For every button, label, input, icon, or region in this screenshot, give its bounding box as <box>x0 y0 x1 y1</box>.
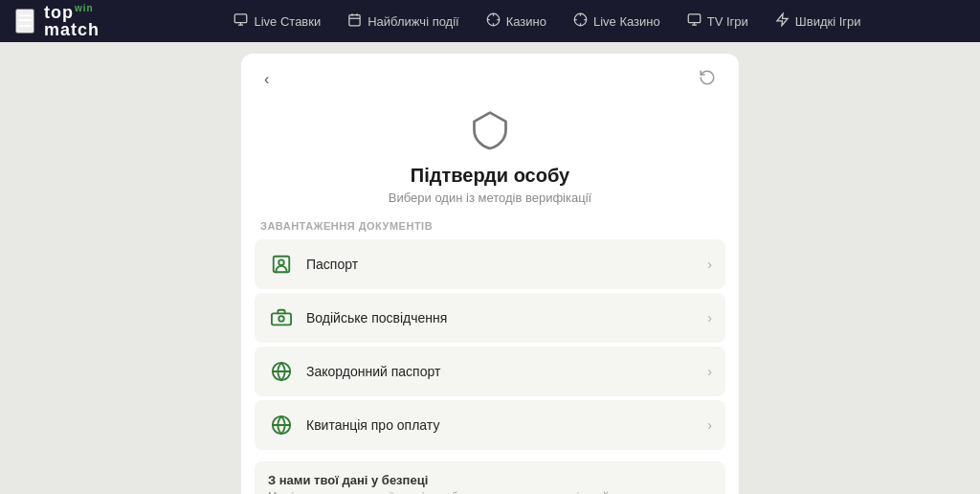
back-button[interactable]: ‹ <box>256 67 277 92</box>
verify-card: ‹ Підтверди особу Вибери один із методів… <box>241 54 739 494</box>
foreign-passport-chevron: › <box>707 364 712 379</box>
logo-bottom: match <box>44 21 100 38</box>
nav-label-casino: Казино <box>506 14 546 29</box>
casino-icon <box>486 12 501 30</box>
svg-point-13 <box>278 259 284 265</box>
fast-games-icon <box>775 12 790 30</box>
nav-label-tv-games: TV Ігри <box>707 14 748 29</box>
options-list: Паспорт › Водійське посвідчення <box>241 239 739 450</box>
nav-item-live-casino[interactable]: Live Казино <box>560 0 674 42</box>
passport-label: Паспорт <box>306 257 358 272</box>
card-subtitle: Вибери один із методів верифікації <box>389 191 591 205</box>
svg-rect-3 <box>349 15 360 26</box>
payment-receipt-label: Квитанція про оплату <box>306 417 439 433</box>
option-passport[interactable]: Паспорт › <box>255 239 725 289</box>
nav-label-live-bets: Live Ставки <box>254 14 321 29</box>
nav-item-tv-games[interactable]: TV Ігри <box>674 0 762 42</box>
nav-item-fast-games[interactable]: Швидкі Ігри <box>762 0 875 42</box>
menu-icon[interactable]: ☰ <box>15 9 34 34</box>
refresh-button[interactable] <box>691 65 724 94</box>
card-hero: Підтверди особу Вибери один із методів в… <box>241 101 739 220</box>
logo-win: win <box>75 3 94 13</box>
card-top-nav: ‹ <box>241 54 739 101</box>
svg-point-15 <box>278 316 284 322</box>
logo[interactable]: topwin match <box>44 4 100 38</box>
nav-label-live-casino: Live Казино <box>593 14 660 29</box>
svg-rect-9 <box>688 14 701 23</box>
logo-top: topwin <box>44 4 100 21</box>
passport-icon <box>268 251 295 278</box>
nav: Live Ставки Найближчі події Казино Live … <box>130 0 965 42</box>
nav-item-casino[interactable]: Казино <box>473 0 560 42</box>
option-drivers-license[interactable]: Водійське посвідчення › <box>255 293 725 343</box>
drivers-license-label: Водійське посвідчення <box>306 310 447 326</box>
live-bets-icon <box>234 12 248 30</box>
payment-receipt-icon <box>268 412 295 438</box>
security-note-title: З нами твої дані у безпеці <box>268 473 712 487</box>
card-title: Підтверди особу <box>411 165 569 187</box>
drivers-license-chevron: › <box>707 310 712 326</box>
foreign-passport-icon <box>268 358 295 385</box>
security-note: З нами твої дані у безпеці Ми ніколи не … <box>255 461 725 494</box>
option-foreign-passport[interactable]: Закордонний паспорт › <box>255 347 725 396</box>
svg-rect-14 <box>272 313 291 325</box>
nav-item-upcoming[interactable]: Найближчі події <box>334 0 472 42</box>
nav-label-fast-games: Швидкі Ігри <box>795 14 861 29</box>
option-payment-receipt[interactable]: Квитанція про оплату › <box>255 400 725 450</box>
drivers-license-icon <box>268 304 295 331</box>
live-casino-icon <box>573 12 588 30</box>
nav-item-live-bets[interactable]: Live Ставки <box>220 0 334 42</box>
header: ☰ topwin match Live Ставки Найближчі под… <box>0 0 980 42</box>
passport-chevron: › <box>707 257 712 272</box>
payment-receipt-chevron: › <box>707 417 712 433</box>
upcoming-icon <box>347 12 362 30</box>
security-note-text: Ми ніколи не передаємо їх третім особам … <box>268 490 712 494</box>
main-content: ‹ Підтверди особу Вибери один із методів… <box>0 42 980 494</box>
tv-games-icon <box>687 12 702 30</box>
shield-icon <box>469 109 511 155</box>
foreign-passport-label: Закордонний паспорт <box>306 364 440 379</box>
section-label: ЗАВАНТАЖЕННЯ ДОКУМЕНТІВ <box>241 220 739 239</box>
nav-label-upcoming: Найближчі події <box>368 14 458 29</box>
svg-rect-0 <box>235 14 248 23</box>
